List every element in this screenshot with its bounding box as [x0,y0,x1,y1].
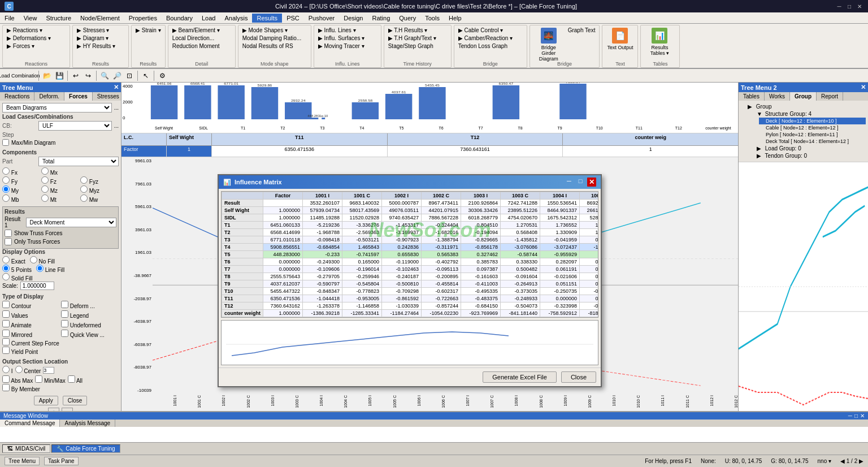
influ-lines-btn[interactable]: ▶ Influ. Lines ▾ [316,27,366,34]
right-panel-expand[interactable]: ✕ [861,84,866,91]
bridge-girder-btn[interactable]: 🌉 Bridge Girder Diagram [532,27,565,63]
tree-group-root[interactable]: ▶ Group [741,103,866,110]
menu-psc[interactable]: PSC [282,14,304,23]
scale-input[interactable] [20,282,54,290]
zoom-select[interactable]: nno ▾ [818,458,831,464]
menu-boundary[interactable]: Boundary [162,14,197,23]
tab-reactions[interactable]: Reactions [0,92,34,101]
legend-check[interactable] [61,310,68,318]
mx-radio[interactable] [41,167,49,175]
taskbar-cable-tuning[interactable]: 🔧 Cable Force Tuning [51,444,120,453]
tb-zoom-in[interactable]: 🔍 [99,70,110,81]
fx-radio[interactable] [2,167,10,175]
tb-settings[interactable]: ⚙ [157,70,168,81]
tree-expand-lg[interactable]: ▶ [757,145,762,152]
myz-radio[interactable] [80,185,88,193]
menu-rating[interactable]: Rating [367,14,394,23]
stage-step-btn[interactable]: Stage/Step Graph [387,42,438,50]
mirrored-check[interactable] [2,330,10,337]
tree-load-group[interactable]: ▶ Load Group: 0 [750,145,866,152]
th-graph-btn[interactable]: ▶ T.H Graph/Text ▾ [387,34,438,42]
spoints-radio[interactable] [2,265,10,272]
part-select[interactable]: Total [38,157,119,166]
quick-view-check[interactable] [61,330,68,337]
diagram-btn[interactable]: ▶ Diagram ▾ [75,34,117,42]
i-radio[interactable] [2,366,10,373]
stresses-btn[interactable]: ▶ Stresses ▾ [75,27,117,34]
menu-help[interactable]: Help [444,14,466,23]
tab-deform[interactable]: Deform. [34,92,64,101]
dialog-close-button[interactable]: Close [561,371,596,383]
cb-select[interactable]: ULF [38,121,112,131]
nodal-results-btn[interactable]: Nodal Results of RS [241,42,303,50]
menu-results[interactable]: Results [252,14,282,23]
modal-damping-btn[interactable]: Modal Damping Ratio... [241,34,303,42]
graph-text-btn[interactable]: Graph Text [566,27,597,34]
dialog-scroll-chart[interactable] [221,320,598,365]
tb-cursor[interactable]: ↖ [140,70,151,81]
generate-excel-btn[interactable]: Generate Excel File [483,371,557,383]
by-member-check[interactable] [2,384,10,391]
line-fill-radio[interactable] [36,265,44,272]
mz-radio[interactable] [41,185,49,193]
load-combo-btn[interactable]: Load Combination [2,70,36,81]
undeformed-check[interactable] [61,320,68,327]
close-btn[interactable]: Close [63,396,88,405]
influ-surfaces-btn[interactable]: ▶ Influ. Surfaces ▾ [316,34,366,42]
tree-cable[interactable]: Cable [ Node=12 : Element=12 ] [759,124,866,131]
menu-view[interactable]: View [19,14,42,23]
contour-check[interactable] [2,301,10,308]
right-tab-works[interactable]: Works [765,92,790,101]
mw-radio[interactable] [80,194,88,202]
diagram-type-select[interactable]: Beam Diagrams [2,103,112,113]
task-pane-tab[interactable]: Task Pane [44,457,79,465]
matrix-table-wrapper[interactable]: Factor 1001 I 1001 C 1002 I 1002 C 1003 … [221,191,598,318]
minimize-btn[interactable]: ─ [835,2,843,10]
tb-fit[interactable]: ⊡ [124,70,135,81]
solid-fill-radio[interactable] [2,273,10,280]
fyz-radio[interactable] [80,176,88,184]
maximize-btn[interactable]: □ [845,2,853,10]
dialog-maximize[interactable]: □ [576,178,585,187]
tendon-loss-btn[interactable]: Tendon Loss Graph [457,42,514,50]
msg-expand[interactable]: □ [854,413,858,419]
loc-3-input[interactable] [43,367,54,374]
yield-point-check[interactable] [2,347,10,354]
menu-pushover[interactable]: Pushover [304,14,339,23]
menu-query[interactable]: Query [394,14,420,23]
tree-expand-group[interactable]: ▶ [748,103,753,110]
fz-radio[interactable] [41,176,49,184]
all-check[interactable] [68,375,75,383]
forces-btn[interactable]: ▶ Forces ▾ [5,42,53,50]
msg-close[interactable]: ✕ [860,413,865,419]
tb-redo[interactable]: ↪ [83,70,94,81]
panel-close-btn[interactable]: ✕ [114,84,119,91]
tb-save[interactable]: 💾 [54,70,65,81]
dialog-minimize[interactable]: ─ [565,178,574,187]
tab-stresses[interactable]: Stresses [93,92,121,101]
local-direction-btn[interactable]: Local Direction... [171,34,222,42]
taskbar-midas[interactable]: 🏗 MIDAS/Civil [2,444,50,453]
beam-element-btn[interactable]: ▶ Beam/Element ▾ [171,27,222,34]
icon-btn-1[interactable]: 📋 [48,408,59,411]
no-fill-radio[interactable] [30,256,37,263]
close-btn[interactable]: ✕ [856,2,863,10]
right-tab-report[interactable]: Report [817,92,843,101]
mb-radio[interactable] [2,194,10,202]
right-tab-tables[interactable]: Tables [739,92,765,101]
cable-control-btn[interactable]: ▶ Cable Control ▾ [457,27,514,34]
deformations-btn[interactable]: ▶ Deformations ▾ [5,34,53,42]
mt-radio[interactable] [41,194,49,202]
strain-btn[interactable]: ▶ Strain ▾ [134,27,163,34]
deform-check[interactable] [61,301,68,308]
menu-properties[interactable]: Properties [124,14,162,23]
hy-results-btn[interactable]: ▶ HY Results ▾ [75,42,117,50]
icon-btn-2[interactable]: 🖨 [62,408,73,411]
tree-deck-total[interactable]: Deck Total [ Node=14 : Element=12 ] [759,138,866,145]
menu-analysis[interactable]: Analysis [220,14,252,23]
results-tables-btn[interactable]: 📊 Results Tables ▾ [643,27,676,57]
tree-tendon-group[interactable]: ▶ Tendon Group: 0 [750,152,866,159]
tree-expand-sg[interactable]: ▼ [757,111,762,117]
tb-open[interactable]: 📂 [41,70,53,81]
my-radio[interactable] [2,185,10,193]
